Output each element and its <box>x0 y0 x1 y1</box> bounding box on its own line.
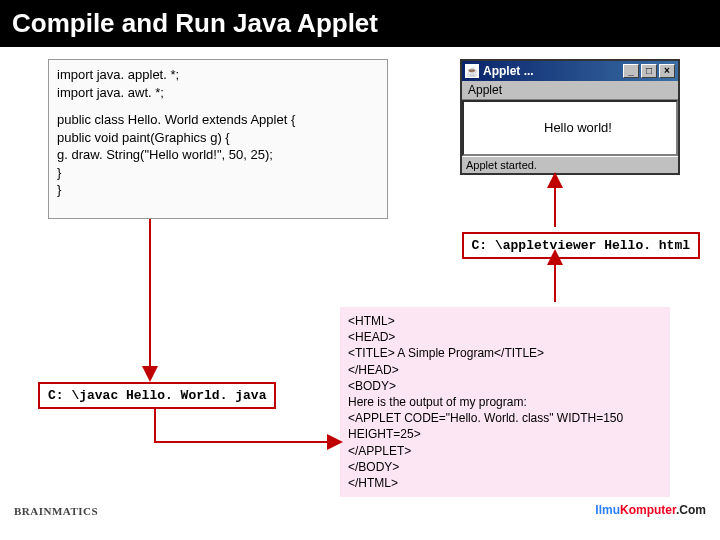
applet-status-bar: Applet started. <box>462 156 678 173</box>
footer-left-logo: BRAINMATICS <box>14 505 98 517</box>
java-cup-icon: ☕ <box>465 64 479 78</box>
code-line: } <box>57 164 379 182</box>
applet-window-title: Applet ... <box>483 64 623 78</box>
code-line: } <box>57 181 379 199</box>
spacer <box>57 101 379 111</box>
html-line: <HTML> <box>348 313 662 329</box>
code-line: g. draw. String("Hello world!", 50, 25); <box>57 146 379 164</box>
brainmatics-text: BRAINMATICS <box>14 505 98 517</box>
code-line: public void paint(Graphics g) { <box>57 129 379 147</box>
applet-menu[interactable]: Applet <box>462 81 678 100</box>
html-line: </HTML> <box>348 475 662 491</box>
command-text: C: \appletviewer Hello. html <box>472 238 690 253</box>
minimize-button[interactable]: _ <box>623 64 639 78</box>
appletviewer-command: C: \appletviewer Hello. html <box>462 232 700 259</box>
applet-canvas: Hello world! <box>462 100 678 156</box>
arrow-html-to-cmd <box>545 252 565 312</box>
slide-title: Compile and Run Java Applet <box>12 8 378 38</box>
html-line: <HEAD> <box>348 329 662 345</box>
html-line: </APPLET> <box>348 443 662 459</box>
maximize-button[interactable]: □ <box>641 64 657 78</box>
arrow-javac-to-html <box>150 402 350 472</box>
applet-titlebar: ☕ Applet ... _ □ × <box>462 61 678 81</box>
code-line: public class Hello. World extends Applet… <box>57 111 379 129</box>
arrow-code-to-javac <box>140 219 160 384</box>
html-line: </HEAD> <box>348 362 662 378</box>
html-line: Here is the output of my program: <box>348 394 662 410</box>
slide-title-bar: Compile and Run Java Applet <box>0 0 720 47</box>
javac-command: C: \javac Hello. World. java <box>38 382 276 409</box>
code-line: import java. applet. *; <box>57 66 379 84</box>
html-line: </BODY> <box>348 459 662 475</box>
komputer-text: Komputer <box>620 503 676 517</box>
applet-output-text: Hello world! <box>544 120 612 135</box>
window-controls: _ □ × <box>623 64 675 78</box>
code-line: import java. awt. *; <box>57 84 379 102</box>
ilmu-text: Ilmu <box>595 503 620 517</box>
footer-right-logo: IlmuKomputer.Com <box>595 503 706 517</box>
html-line: <TITLE> A Simple Program</TITLE> <box>348 345 662 361</box>
command-text: C: \javac Hello. World. java <box>48 388 266 403</box>
close-button[interactable]: × <box>659 64 675 78</box>
dotcom-text: .Com <box>676 503 706 517</box>
arrow-cmd-to-applet <box>545 175 565 235</box>
slide-content: import java. applet. *; import java. awt… <box>0 47 720 527</box>
applet-status-text: Applet started. <box>466 159 537 171</box>
html-line: <APPLET CODE="Hello. World. class" WIDTH… <box>348 410 662 442</box>
html-line: <BODY> <box>348 378 662 394</box>
applet-viewer-window: ☕ Applet ... _ □ × Applet Hello world! A… <box>460 59 680 175</box>
html-source-code: <HTML> <HEAD> <TITLE> A Simple Program</… <box>340 307 670 497</box>
applet-menu-label: Applet <box>468 83 502 97</box>
java-source-code: import java. applet. *; import java. awt… <box>48 59 388 219</box>
